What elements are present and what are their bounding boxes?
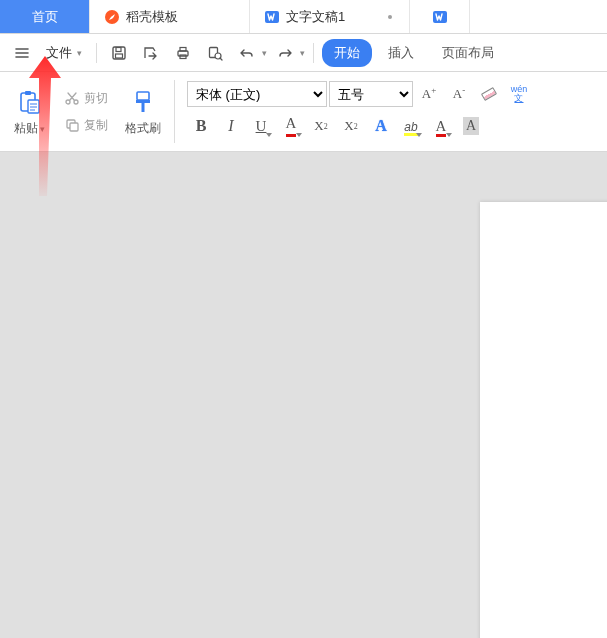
paste-label: 粘贴▾ <box>14 120 45 137</box>
tab-bar: 首页 稻壳模板 文字文稿1 <box>0 0 607 34</box>
text-effects-button[interactable]: A <box>367 112 395 140</box>
document-canvas[interactable] <box>0 152 607 638</box>
ribbon-group-cutcopy: 剪切 复制 <box>58 76 114 147</box>
cut-label: 剪切 <box>84 90 108 107</box>
svg-rect-9 <box>180 55 186 59</box>
redo-button[interactable]: ▾ <box>271 39 305 67</box>
svg-rect-6 <box>116 54 123 58</box>
tab-doc-extra[interactable] <box>410 0 470 33</box>
tab-doc1-label: 文字文稿1 <box>286 8 345 26</box>
menu-tab-layout-label: 页面布局 <box>442 44 494 62</box>
font-color-button[interactable]: A <box>427 112 455 140</box>
separator <box>174 80 175 143</box>
document-page[interactable] <box>480 202 607 638</box>
word-doc-icon <box>264 9 280 25</box>
tab-home[interactable]: 首页 <box>0 0 90 33</box>
ribbon-group-formatpainter: 格式刷 <box>118 76 168 147</box>
word-doc-icon <box>432 9 448 25</box>
subscript-button[interactable]: X2 <box>337 112 365 140</box>
menu-tab-layout[interactable]: 页面布局 <box>430 39 506 67</box>
file-menu[interactable]: 文件 ▾ <box>40 39 88 67</box>
tab-doc1[interactable]: 文字文稿1 <box>250 0 410 33</box>
menu-tab-insert[interactable]: 插入 <box>376 39 426 67</box>
bold-button[interactable]: B <box>187 112 215 140</box>
hamburger-menu-icon[interactable] <box>8 39 36 67</box>
highlight-icon: ab <box>404 119 417 134</box>
svg-point-2 <box>388 15 392 19</box>
decrease-font-button[interactable]: A- <box>445 80 473 108</box>
ribbon-group-clipboard: 粘贴▾ <box>4 76 54 147</box>
menu-tab-start[interactable]: 开始 <box>322 39 372 67</box>
file-menu-label: 文件 <box>46 44 72 62</box>
save-as-icon[interactable] <box>137 39 165 67</box>
format-painter-label: 格式刷 <box>125 120 161 137</box>
save-icon[interactable] <box>105 39 133 67</box>
copy-button[interactable]: 复制 <box>60 115 112 136</box>
undo-icon <box>233 39 261 67</box>
chevron-down-icon: ▾ <box>77 48 82 58</box>
phonetic-icon: wén 文 <box>511 85 528 103</box>
tab-home-label: 首页 <box>32 8 58 26</box>
redo-icon <box>271 39 299 67</box>
eraser-icon <box>481 87 497 101</box>
format-painter-icon <box>127 86 159 118</box>
ribbon-group-font: 宋体 (正文) 五号 A+ A- wén 文 <box>181 76 603 147</box>
scissors-icon <box>64 90 80 106</box>
format-painter-button[interactable]: 格式刷 <box>120 77 166 147</box>
paste-button[interactable]: 粘贴▾ <box>6 77 52 147</box>
undo-button[interactable]: ▾ <box>233 39 267 67</box>
quick-access-toolbar: 文件 ▾ ▾ ▾ 开始 插入 页面布局 <box>0 34 607 72</box>
svg-rect-4 <box>113 47 125 59</box>
strike-emphasis-button[interactable]: A <box>277 112 305 140</box>
svg-rect-5 <box>116 47 121 51</box>
highlight-button[interactable]: ab <box>397 112 425 140</box>
svg-rect-19 <box>137 92 149 100</box>
svg-rect-18 <box>70 123 78 131</box>
tab-docker-label: 稻壳模板 <box>126 8 178 26</box>
char-shading-button[interactable]: A <box>457 112 485 140</box>
svg-rect-21 <box>142 103 145 112</box>
separator <box>96 43 97 63</box>
increase-font-button[interactable]: A+ <box>415 80 443 108</box>
phonetic-guide-button[interactable]: wén 文 <box>505 80 533 108</box>
print-icon[interactable] <box>169 39 197 67</box>
svg-rect-20 <box>136 100 150 103</box>
separator <box>313 43 314 63</box>
superscript-button[interactable]: X2 <box>307 112 335 140</box>
menu-tab-insert-label: 插入 <box>388 44 414 62</box>
cut-button[interactable]: 剪切 <box>60 88 112 109</box>
paste-icon <box>13 86 45 118</box>
svg-rect-8 <box>180 47 186 51</box>
menu-tab-start-label: 开始 <box>334 44 360 62</box>
font-size-select[interactable]: 五号 <box>329 81 413 107</box>
chevron-down-icon: ▾ <box>300 48 305 58</box>
font-name-select[interactable]: 宋体 (正文) <box>187 81 327 107</box>
italic-button[interactable]: I <box>217 112 245 140</box>
ribbon: 粘贴▾ 剪切 复制 格式刷 宋体 (正文) <box>0 72 607 152</box>
tab-doc1-close[interactable] <box>385 12 395 22</box>
copy-label: 复制 <box>84 117 108 134</box>
tab-docker-templates[interactable]: 稻壳模板 <box>90 0 250 33</box>
font-color-icon: A <box>436 118 447 135</box>
svg-rect-13 <box>25 91 31 95</box>
chevron-down-icon: ▾ <box>262 48 267 58</box>
underline-button[interactable]: U <box>247 112 275 140</box>
print-preview-icon[interactable] <box>201 39 229 67</box>
clear-format-button[interactable] <box>475 80 503 108</box>
docker-icon <box>104 9 120 25</box>
copy-icon <box>64 117 80 133</box>
